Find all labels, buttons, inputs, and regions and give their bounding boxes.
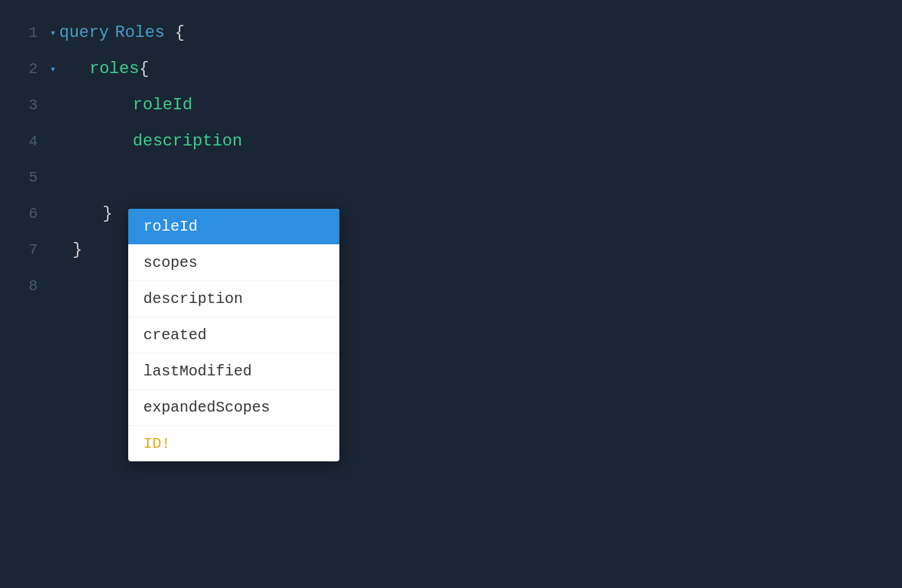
line-number-3: 3	[15, 87, 38, 124]
autocomplete-dropdown: roleId scopes description created lastMo…	[128, 209, 339, 461]
close-brace-inner: }	[103, 196, 112, 232]
keyword-query: query	[59, 15, 109, 51]
editor-area: 1 ▾ query Roles { 2 ▾ roles { 3 roleId 4…	[0, 0, 902, 588]
code-line-1: 1 ▾ query Roles {	[0, 15, 902, 51]
autocomplete-item-roleid[interactable]: roleId	[128, 209, 339, 245]
line-number-6: 6	[15, 196, 38, 232]
code-line-4: 4 description	[0, 124, 902, 160]
autocomplete-item-expandedscopes[interactable]: expandedScopes	[128, 390, 339, 426]
field-roleid: roleId	[133, 87, 192, 124]
line-number-5: 5	[15, 160, 38, 196]
code-line-5: 5	[0, 160, 902, 196]
autocomplete-item-description[interactable]: description	[128, 281, 339, 317]
autocomplete-item-scopes[interactable]: scopes	[128, 245, 339, 281]
autocomplete-item-created[interactable]: created	[128, 317, 339, 354]
line-number-4: 4	[15, 124, 38, 160]
field-roles: roles	[89, 51, 139, 87]
line-number-8: 8	[15, 268, 38, 305]
collapse-arrow-1[interactable]: ▾	[50, 15, 56, 51]
code-line-2: 2 ▾ roles {	[0, 51, 902, 87]
open-brace-1: {	[175, 15, 185, 51]
typename-roles: Roles	[115, 15, 174, 51]
autocomplete-item-lastmodified[interactable]: lastModified	[128, 354, 339, 390]
line-number-1: 1	[15, 15, 38, 51]
line-number-7: 7	[15, 232, 38, 268]
code-line-3: 3 roleId	[0, 87, 902, 124]
collapse-arrow-2[interactable]: ▾	[50, 51, 56, 87]
close-brace-outer: }	[72, 232, 82, 268]
open-brace-2: {	[139, 51, 149, 87]
autocomplete-item-id[interactable]: ID!	[128, 426, 339, 461]
line-number-2: 2	[15, 51, 38, 87]
field-description: description	[133, 124, 242, 160]
